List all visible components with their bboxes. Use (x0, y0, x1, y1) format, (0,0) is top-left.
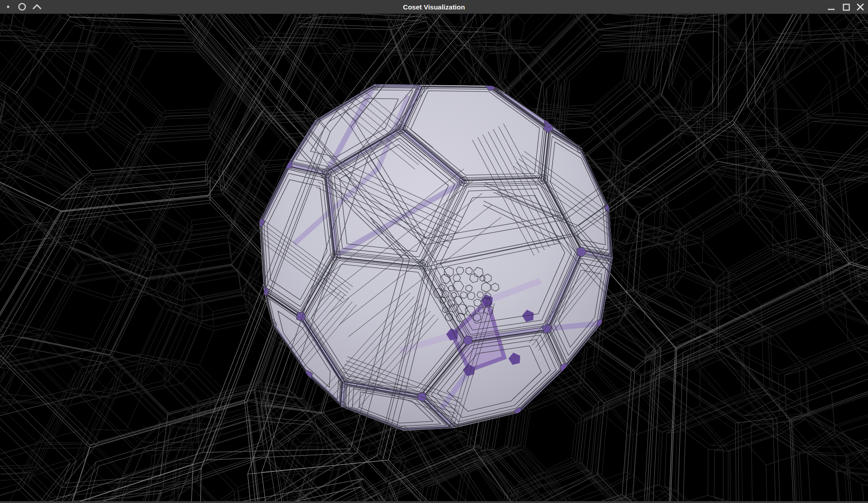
svg-text:Coset Visualization: Coset Visualization (403, 3, 465, 11)
